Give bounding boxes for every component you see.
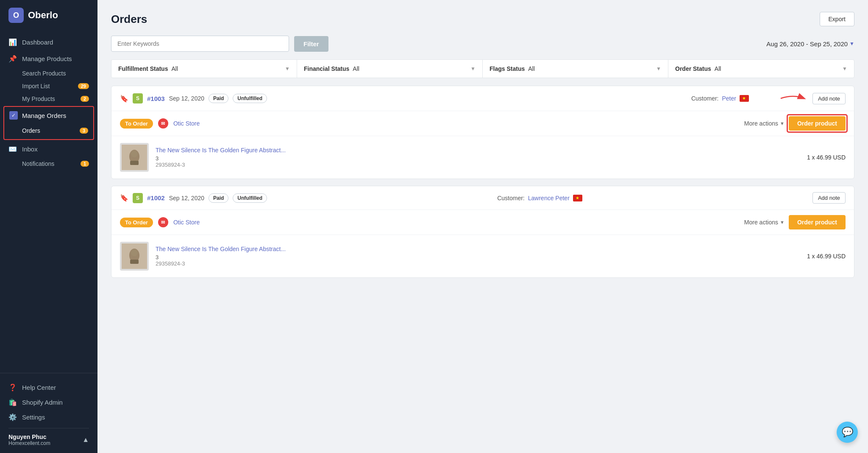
filter-button[interactable]: Filter (294, 36, 328, 52)
logo-icon: O (8, 8, 24, 23)
order-number-1002[interactable]: #1002 (147, 194, 165, 201)
customer-name-1003[interactable]: Peter (722, 95, 736, 102)
page-header: Orders Export (111, 12, 854, 26)
product-thumb-1003 (120, 143, 149, 172)
sidebar-item-my-products[interactable]: My Products 2 (0, 92, 97, 105)
search-filter-row: Filter Aug 26, 2020 - Sep 25, 2020 ▼ (111, 36, 854, 52)
order-number-1003[interactable]: #1003 (147, 95, 165, 102)
bookmark-icon-1003[interactable]: 🔖 (120, 95, 128, 103)
order-date-1002: Sep 12, 2020 (169, 195, 204, 201)
product-image-1003 (122, 145, 147, 170)
fulfillment-status-label: Fulfillment Status (118, 65, 168, 72)
order-card-1003: 🔖 S #1003 Sep 12, 2020 Paid Unfulfilled … (111, 86, 854, 179)
sidebar-item-help-center[interactable]: ❓ Help Center (8, 380, 89, 395)
order-status-filter[interactable]: Order Status All ▼ (668, 60, 854, 78)
order-1002-header: 🔖 S #1002 Sep 12, 2020 Paid Unfulfilled … (111, 186, 854, 210)
add-note-button-1002[interactable]: Add note (812, 192, 846, 204)
sidebar-item-manage-orders[interactable]: ✓ Manage Orders (4, 107, 93, 124)
user-domain: Homexcellent.com (8, 440, 50, 446)
product-name-1002[interactable]: The New Silence Is The Golden Figure Abs… (156, 246, 800, 252)
more-actions-chevron-icon-1002: ▼ (780, 220, 785, 225)
store-name-1003[interactable]: Otic Store (173, 120, 200, 127)
sidebar-item-shopify-admin[interactable]: 🛍️ Shopify Admin (8, 395, 89, 410)
bookmark-icon-1002[interactable]: 🔖 (120, 194, 128, 202)
unfulfilled-status-1002: Unfulfilled (233, 193, 267, 203)
order-status-value: All (715, 65, 721, 72)
help-center-label: Help Center (22, 384, 56, 391)
customer-info-1002: Customer: Lawrence Peter (497, 195, 582, 201)
order-status-label: Order Status (675, 65, 711, 72)
dashboard-icon: 📊 (8, 38, 17, 46)
logo-text: Oberlo (28, 10, 58, 21)
orders-label: Orders (22, 127, 40, 134)
filter-bar: Fulfillment Status All ▼ Financial Statu… (111, 59, 854, 78)
customer-flag-1002 (573, 195, 582, 201)
shopify-badge-1003: S (133, 93, 143, 103)
more-actions-button-1003[interactable]: More actions ▼ (744, 120, 785, 127)
orders-badge: 3 (80, 128, 88, 134)
svg-rect-7 (130, 260, 139, 264)
svg-rect-3 (130, 161, 139, 165)
add-note-button-1003[interactable]: Add note (812, 93, 846, 104)
product-name-1003[interactable]: The New Silence Is The Golden Figure Abs… (156, 147, 800, 154)
orders-sub: Orders 3 (4, 124, 93, 139)
more-actions-button-1002[interactable]: More actions ▼ (744, 219, 785, 226)
to-order-badge-1002: To Order (120, 218, 153, 227)
financial-chevron-icon: ▼ (470, 66, 476, 72)
sidebar-item-import-list[interactable]: Import List 29 (0, 80, 97, 92)
product-price-1003: 1 x 46.99 USD (807, 154, 846, 161)
sidebar-item-notifications[interactable]: Notifications 1 (0, 157, 97, 170)
customer-label-1002: Customer: (497, 195, 525, 201)
product-variant-1002: 3 (156, 254, 800, 260)
import-list-label: Import List (22, 83, 50, 89)
fulfillment-chevron-icon: ▼ (285, 66, 290, 72)
manage-orders-section: ✓ Manage Orders Orders 3 (3, 106, 94, 140)
order-status-chevron-icon: ▼ (842, 66, 847, 72)
sidebar-item-inbox[interactable]: ✉️ Inbox (0, 141, 97, 157)
product-price-1002: 1 x 46.99 USD (807, 253, 846, 260)
sidebar-item-label-manage-products: Manage Products (22, 55, 72, 62)
customer-info-1003: Customer: Peter (691, 95, 749, 102)
order-product-button-1002[interactable]: Order product (789, 215, 846, 229)
sidebar-item-settings[interactable]: ⚙️ Settings (8, 410, 89, 425)
search-input[interactable] (111, 36, 289, 52)
product-sku-1003: 29358924-3 (156, 162, 800, 168)
sidebar-item-manage-products[interactable]: 📌 Manage Products (0, 50, 97, 67)
product-info-1003: The New Silence Is The Golden Figure Abs… (156, 147, 800, 168)
chat-widget[interactable]: 💬 (837, 422, 858, 443)
more-actions-chevron-icon-1003: ▼ (780, 121, 785, 126)
arrow-annotation (779, 92, 808, 105)
order-product-button-1003[interactable]: Order product (789, 116, 846, 131)
product-image-1002 (122, 243, 147, 269)
notifications-badge: 1 (81, 161, 89, 167)
user-chevron-icon[interactable]: ▲ (82, 436, 89, 444)
financial-status-filter[interactable]: Financial Status All ▼ (297, 60, 483, 78)
user-name: Nguyen Phuc (8, 433, 50, 440)
order-1003-header: 🔖 S #1003 Sep 12, 2020 Paid Unfulfilled … (111, 86, 854, 111)
actions-right-1003: More actions ▼ Order product (744, 116, 846, 131)
user-section: Nguyen Phuc Homexcellent.com ▲ (8, 428, 89, 446)
page-title: Orders (111, 13, 147, 26)
customer-flag-1003 (740, 95, 749, 102)
date-range-picker[interactable]: Aug 26, 2020 - Sep 25, 2020 ▼ (766, 40, 854, 48)
logo-area: O Oberlo (0, 0, 97, 31)
actions-right-1002: More actions ▼ Order product (744, 215, 846, 229)
product-info-1002: The New Silence Is The Golden Figure Abs… (156, 246, 800, 267)
flags-status-label: Flags Status (490, 65, 525, 72)
customer-label-1003: Customer: (691, 95, 719, 102)
sidebar-bottom: ❓ Help Center 🛍️ Shopify Admin ⚙️ Settin… (0, 373, 97, 453)
export-button[interactable]: Export (820, 12, 854, 26)
flags-status-filter[interactable]: Flags Status All ▼ (483, 60, 668, 78)
order-1003-product-row: The New Silence Is The Golden Figure Abs… (111, 136, 854, 179)
sidebar-item-search-products[interactable]: Search Products (0, 67, 97, 80)
customer-name-1002[interactable]: Lawrence Peter (528, 195, 570, 201)
sidebar-item-dashboard[interactable]: 📊 Dashboard (0, 34, 97, 50)
shopify-badge-1002: S (133, 193, 143, 203)
svg-point-2 (131, 151, 138, 157)
fulfillment-status-filter[interactable]: Fulfillment Status All ▼ (111, 60, 297, 78)
manage-orders-label: Manage Orders (22, 112, 66, 119)
sidebar-item-orders[interactable]: Orders 3 (4, 125, 93, 137)
sidebar-nav: 📊 Dashboard 📌 Manage Products Search Pro… (0, 31, 97, 373)
paid-status-1002: Paid (209, 193, 228, 203)
store-name-1002[interactable]: Otic Store (173, 219, 200, 226)
